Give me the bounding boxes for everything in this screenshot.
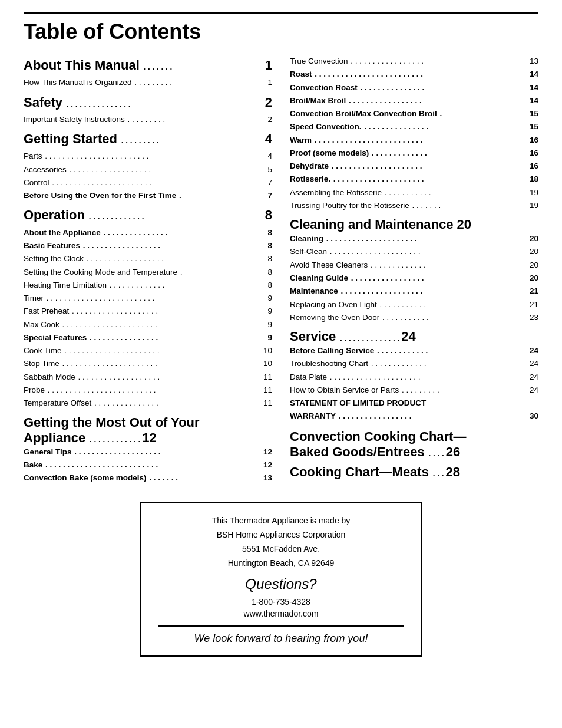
service-heading-label: Service [290,329,336,344]
toc-entry-avoid-cleaners: Avoid These Cleaners . . . . . . . . . .… [290,259,538,272]
speed-convection-label: Speed Convection. [290,120,362,133]
self-clean-dots: . . . . . . . . . . . . . . . . . . . . … [327,245,530,258]
safety-heading-dots: . . . . . . . . . . . . . . . [62,98,265,111]
removing-door-label: Removing the Oven Door [290,311,379,324]
special-features-page: 9 [267,331,272,344]
assembling-rotisserie-dots: . . . . . . . . . . . [382,186,530,199]
service-heading-dots: . . . . . . . . . . . . . . [336,334,401,342]
parts-dots: . . . . . . . . . . . . . . . . . . . . … [42,150,268,163]
left-column: About This Manual . . . . . . . 1 How Th… [24,55,272,485]
toc-entry-dehydrate: Dehydrate . . . . . . . . . . . . . . . … [290,160,538,173]
safety-instructions-dots: . . . . . . . . . [125,113,268,126]
toc-entry-temp-offset: Temperature Offset . . . . . . . . . . .… [24,397,272,410]
basic-features-dots: . . . . . . . . . . . . . . . . . . [80,239,267,252]
getting-most-page: 12 [142,430,156,446]
operation-heading-dots: . . . . . . . . . . . . . [85,210,265,223]
timer-dots: . . . . . . . . . . . . . . . . . . . . … [44,292,267,305]
cleaning-heading-label: Cleaning and Maintenance [290,217,454,232]
toc-entry-convection-broil: Convection Broil/Max Convection Broil . … [290,107,538,120]
meats-chart-label: Cooking Chart—Meats [290,465,429,480]
fast-preheat-dots: . . . . . . . . . . . . . . . . . . . . [69,305,267,318]
getting-most-label: Getting the Most Out of Your [24,415,200,430]
max-cook-dots: . . . . . . . . . . . . . . . . . . . . … [59,318,268,331]
cleaning-guide-dots: . . . . . . . . . . . . . . . . . [348,272,530,285]
before-calling-label: Before Calling Service [290,344,374,357]
roast-page: 14 [530,68,538,81]
convection-broil-page: 15 [530,107,538,120]
toc-entry-convection-roast: Convection Roast . . . . . . . . . . . .… [290,81,538,94]
meats-chart-page: 28 [445,465,459,480]
how-to-obtain-dots: . . . . . . . . . [399,384,530,397]
convection-chart-dots: . . . . [425,449,446,458]
toc-entry-max-cook: Max Cook . . . . . . . . . . . . . . . .… [24,318,272,331]
bake-page: 12 [263,459,272,472]
stop-time-dots: . . . . . . . . . . . . . . . . . . . . … [59,357,263,370]
getting-most-line1: Getting the Most Out of Your [24,415,272,430]
toc-heading-getting-most: Getting the Most Out of Your Appliance .… [24,415,272,446]
general-tips-page: 12 [263,446,272,459]
toc-entry-roast: Roast . . . . . . . . . . . . . . . . . … [290,68,538,81]
toc-entry-general-tips: General Tips . . . . . . . . . . . . . .… [24,446,272,459]
toc-entry-accessories: Accessories . . . . . . . . . . . . . . … [24,163,272,176]
sabbath-mode-page: 11 [263,371,272,384]
toc-entry-setting-cooking-mode: Setting the Cooking Mode and Temperature… [24,266,272,279]
cook-time-label: Cook Time [24,344,62,357]
true-convection-page: 13 [530,55,538,68]
toc-entry-special-features: Special Features . . . . . . . . . . . .… [24,331,272,344]
cleaning-page: 20 [530,232,538,245]
operation-heading-label: Operation [24,205,85,226]
parts-page: 4 [267,150,272,163]
speed-convection-page: 15 [530,120,538,133]
warm-page: 16 [530,134,538,147]
dehydrate-page: 16 [530,160,538,173]
cleaning-dots: . . . . . . . . . . . . . . . . . . . . … [323,232,530,245]
warm-dots: . . . . . . . . . . . . . . . . . . . . … [312,134,530,147]
page-container: Table of Contents About This Manual . . … [24,12,538,657]
setting-clock-dots: . . . . . . . . . . . . . . . . . . [84,252,267,265]
convection-roast-dots: . . . . . . . . . . . . . . . [358,81,530,94]
convection-broil-label: Convection Broil/Max Convection Broil [290,107,437,120]
toc-entry-assembling-rotisserie: Assembling the Rotisserie . . . . . . . … [290,186,538,199]
toc-entry-probe: Probe . . . . . . . . . . . . . . . . . … [24,384,272,397]
warranty-line1: STATEMENT OF LIMITED PRODUCT [290,397,538,410]
right-column: True Convection . . . . . . . . . . . . … [290,55,538,485]
before-calling-page: 24 [530,344,538,357]
about-appliance-dots: . . . . . . . . . . . . . . . [101,226,268,239]
replacing-light-label: Replacing an Oven Light [290,298,377,311]
toc-entry-data-plate: Data Plate . . . . . . . . . . . . . . .… [290,371,538,384]
toc-entry-removing-door: Removing the Oven Door . . . . . . . . .… [290,311,538,324]
heating-time-dots: . . . . . . . . . . . . . [107,279,267,292]
toc-entry-how-organized: How This Manual is Organized . . . . . .… [24,76,272,89]
special-features-dots: . . . . . . . . . . . . . . . . [87,331,267,344]
avoid-cleaners-page: 20 [530,259,538,272]
general-tips-label: General Tips [24,446,72,459]
assembling-rotisserie-page: 19 [530,186,538,199]
toc-heading-meats-chart: Cooking Chart—Meats . . . 28 [290,465,538,480]
toc-entry-maintenance: Maintenance . . . . . . . . . . . . . . … [290,285,538,298]
rotisserie-dots: . . . . . . . . . . . . . . . . . . . . … [330,173,530,186]
getting-started-heading-label: Getting Started [24,129,117,150]
true-convection-dots: . . . . . . . . . . . . . . . . . [348,55,530,68]
about-heading-label: About This Manual [24,55,140,76]
accessories-dots: . . . . . . . . . . . . . . . . . . . [67,163,268,176]
heating-time-page: 8 [267,279,272,292]
toc-heading-safety: Safety . . . . . . . . . . . . . . . 2 [24,92,272,113]
basic-features-label: Basic Features [24,239,80,252]
basic-features-page: 8 [267,239,272,252]
removing-door-page: 23 [530,311,538,324]
toc-entry-control: Control . . . . . . . . . . . . . . . . … [24,176,272,189]
toc-entry-cleaning-guide: Cleaning Guide . . . . . . . . . . . . .… [290,272,538,285]
toc-entry-how-to-obtain: How to Obtain Service or Parts . . . . .… [290,384,538,397]
proof-dots: . . . . . . . . . . . . . [369,147,530,160]
fast-preheat-label: Fast Preheat [24,305,69,318]
troubleshooting-dots: . . . . . . . . . . . . . [368,357,530,370]
how-organized-page: 1 [267,76,272,89]
how-organized-label: How This Manual is Organized [24,76,132,89]
toc-entry-safety-instructions: Important Safety Instructions . . . . . … [24,113,272,126]
before-using-label: Before Using the Oven for the First Time [24,189,176,202]
bake-label: Bake [24,459,42,472]
cleaning-heading-page: 20 [454,217,471,232]
control-page: 7 [267,176,272,189]
control-label: Control [24,176,49,189]
warranty-line2: WARRANTY . . . . . . . . . . . . . . . .… [290,410,538,423]
